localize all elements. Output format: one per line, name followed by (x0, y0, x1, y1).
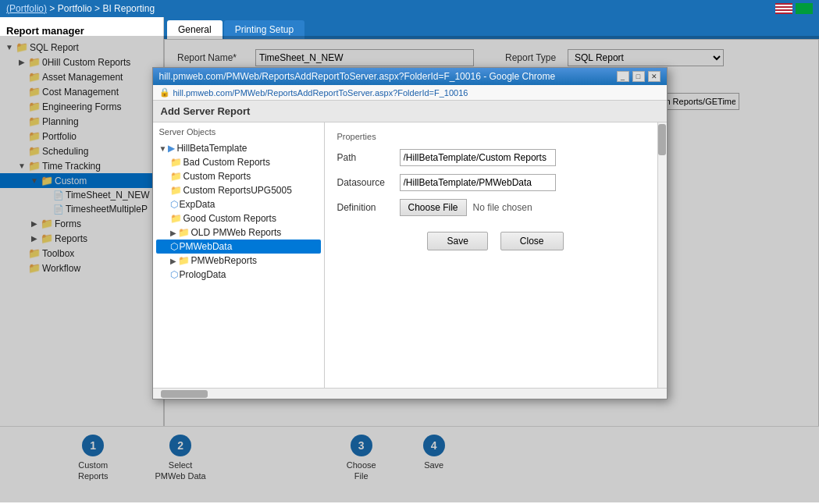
top-bar: (Portfolio) > Portfolio > BI Reporting (0, 0, 819, 17)
modal-scrollbar-thumb (658, 124, 666, 155)
modal-datasource-label: Datasource (337, 177, 400, 188)
lock-icon: 🔒 (159, 87, 170, 98)
modal-close-button[interactable]: Close (500, 232, 564, 250)
folder-icon: 📁 (170, 157, 182, 168)
modal-horizontal-scrollbar[interactable] (153, 388, 667, 399)
modal-right-panel: Properties Path Datasource Definition Ch… (325, 122, 667, 388)
breadcrumb-rest: > Portfolio > BI Reporting (49, 3, 155, 14)
modal-titlebar: hill.pmweb.com/PMWeb/ReportsAddReportToS… (153, 68, 667, 85)
modal-close-btn[interactable]: ✕ (648, 71, 661, 82)
breadcrumb: (Portfolio) > Portfolio > BI Reporting (6, 3, 155, 14)
folder-icon: 📁 (170, 171, 182, 182)
modal-path-input[interactable] (400, 149, 556, 166)
expand-icon: ▶ (170, 229, 176, 237)
modal-tree-bad-custom[interactable]: 📁 Bad Custom Reports (156, 155, 321, 169)
h-scrollbar-thumb (161, 390, 208, 398)
modal-buttons: Save Close (337, 232, 654, 250)
folder-icon: 📁 (170, 213, 182, 224)
modal-tree-old-pmweb[interactable]: ▶ 📁 OLD PMWeb Reports (156, 225, 321, 240)
modal-tree-label: PMWebData (180, 241, 233, 252)
modal-definition-label: Definition (337, 202, 400, 213)
modal-tree-pmwebdata[interactable]: ⬡ PMWebData (156, 240, 321, 254)
folder-icon: 📁 (170, 185, 182, 196)
modal-tree-custom-reports[interactable]: 📁 Custom Reports (156, 169, 321, 183)
modal-maximize-btn[interactable]: □ (632, 71, 645, 82)
folder-icon: 📁 (178, 255, 190, 266)
modal-body: Server Objects ▼ ▶ HillBetaTemplate 📁 Ba… (153, 122, 667, 388)
modal-tree-pmwebreports[interactable]: ▶ 📁 PMWebReports (156, 254, 321, 268)
modal-title: hill.pmweb.com/PMWeb/ReportsAddReportToS… (159, 71, 556, 82)
modal-left-panel: Server Objects ▼ ▶ HillBetaTemplate 📁 Ba… (153, 122, 325, 388)
modal-scrollbar[interactable] (657, 122, 667, 388)
choose-file-button[interactable]: Choose File (400, 199, 467, 216)
modal-prop-datasource: Datasource (337, 174, 654, 191)
tree-icon: ▶ (168, 143, 175, 154)
modal-tree-label: HillBetaTemplate (176, 143, 247, 154)
modal-tree-label: Custom ReportsUPG5005 (183, 185, 292, 196)
datasource-icon: ⬡ (170, 241, 178, 252)
modal-save-button[interactable]: Save (427, 232, 487, 250)
datasource-icon: ⬡ (170, 199, 178, 210)
modal-tree-label: Custom Reports (183, 171, 251, 182)
modal-minimize-btn[interactable]: _ (617, 71, 629, 82)
folder-icon: 📁 (178, 227, 190, 238)
modal-properties-label: Properties (337, 132, 654, 141)
expand-icon: ▶ (170, 257, 176, 265)
modal-tree-custom-upg[interactable]: 📁 Custom ReportsUPG5005 (156, 183, 321, 197)
modal-prop-definition: Definition Choose File No file chosen (337, 199, 654, 216)
modal-tree-good-custom[interactable]: 📁 Good Custom Reports (156, 211, 321, 225)
modal-tree-label: OLD PMWeb Reports (191, 227, 282, 238)
no-file-chosen-text: No file chosen (473, 202, 532, 213)
modal-dialog: hill.pmweb.com/PMWeb/ReportsAddReportToS… (152, 67, 668, 399)
modal-server-objects-label: Server Objects (156, 126, 321, 138)
choose-file-row: Choose File No file chosen (400, 199, 532, 216)
modal-addressbar: 🔒 hill.pmweb.com/PMWeb/ReportsAddReportT… (153, 85, 667, 101)
modal-url: hill.pmweb.com/PMWeb/ReportsAddReportToS… (173, 88, 468, 98)
modal-datasource-input[interactable] (400, 174, 556, 191)
modal-tree-label: ExpData (180, 199, 215, 210)
modal-controls: _ □ ✕ (617, 71, 661, 82)
modal-tree-label: Good Custom Reports (183, 213, 276, 224)
modal-path-label: Path (337, 152, 400, 163)
br-flag-icon (796, 3, 813, 14)
modal-header: Add Server Report (153, 101, 667, 122)
modal-tree-prologdata[interactable]: ⬡ PrologData (156, 268, 321, 282)
modal-tree-label: Bad Custom Reports (183, 157, 270, 168)
datasource-icon: ⬡ (170, 269, 178, 280)
flag-icons (775, 3, 813, 14)
modal-tree-hillbeta[interactable]: ▼ ▶ HillBetaTemplate (156, 141, 321, 155)
collapse-icon: ▼ (159, 144, 167, 153)
modal-tree-expdata[interactable]: ⬡ ExpData (156, 197, 321, 211)
modal-tree-label: PMWebReports (191, 255, 257, 266)
modal-tree-label: PrologData (180, 269, 226, 280)
breadcrumb-portfolio-link[interactable]: (Portfolio) (6, 3, 47, 14)
modal-prop-path: Path (337, 149, 654, 166)
modal-overlay: hill.pmweb.com/PMWeb/ReportsAddReportToS… (0, 36, 819, 502)
us-flag-icon (775, 3, 792, 14)
